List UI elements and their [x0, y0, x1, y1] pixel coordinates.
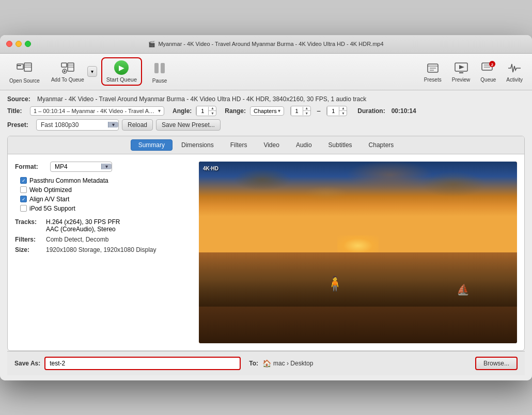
range-from-stepper[interactable]: 1 ▲ ▼ — [290, 106, 311, 116]
start-queue-icon: ▶ — [114, 60, 129, 75]
window-title: 🎬 Myanmar - 4K Video - Travel Around Mya… — [148, 41, 383, 47]
open-source-button[interactable]: Open Source — [5, 58, 44, 86]
tab-bar: Summary Dimensions Filters Video Audio S… — [8, 136, 524, 154]
queue-icon: 2 — [481, 61, 495, 75]
preset-select[interactable]: Fast 1080p30 ▾ — [36, 119, 119, 131]
format-label: Format: — [15, 163, 46, 170]
preview-container: 🧍 ⛵ 4K·HD ‹ › — [199, 162, 517, 343]
angle-up[interactable]: ▲ — [209, 106, 216, 111]
tab-audio[interactable]: Audio — [288, 139, 320, 151]
preview-icon — [454, 61, 468, 75]
title-select[interactable]: 1 – 00:10:14 – Myanmar - 4K Video - Trav… — [30, 106, 164, 116]
range-to-value: 1 — [327, 107, 339, 115]
checkbox-ipod-box[interactable] — [20, 205, 27, 212]
range-to-up[interactable]: ▲ — [339, 106, 347, 111]
range-from-up[interactable]: ▲ — [303, 106, 310, 111]
tab-filters[interactable]: Filters — [223, 139, 255, 151]
tab-chapters[interactable]: Chapters — [361, 139, 402, 151]
checkbox-web-label: Web Optimized — [29, 186, 72, 194]
file-icon: 🎬 — [148, 41, 155, 47]
water-splash — [199, 252, 517, 307]
add-to-queue-dropdown[interactable]: ▾ — [87, 66, 97, 77]
home-icon: 🏠 — [262, 359, 271, 368]
checkbox-align: ✓ Align A/V Start — [20, 196, 191, 203]
svg-marker-19 — [459, 65, 464, 69]
title-select-arrow: ▾ — [158, 108, 161, 114]
preset-dropdown-arrow: ▾ — [108, 122, 118, 127]
title-label: Title: — [7, 107, 26, 115]
range-to-stepper[interactable]: 1 ▲ ▼ — [326, 106, 347, 116]
presets-button[interactable]: Presets — [420, 59, 446, 85]
minimize-button[interactable] — [15, 41, 22, 47]
activity-button[interactable]: Activity — [502, 59, 527, 85]
checkbox-align-box[interactable]: ✓ — [20, 196, 27, 202]
range-type-select[interactable]: Chapters ▾ — [250, 106, 284, 116]
checkbox-passthru-box[interactable]: ✓ — [20, 177, 27, 184]
preview-button[interactable]: Preview — [448, 59, 475, 85]
checkbox-web: Web Optimized — [20, 186, 191, 194]
start-queue-button[interactable]: ▶ Start Queue — [103, 59, 140, 84]
source-row: Source: Myanmar - 4K Video - Travel Arou… — [7, 95, 525, 103]
toolbar-right: Presets Preview 2 Queue — [420, 59, 527, 85]
angle-down[interactable]: ▼ — [209, 111, 216, 116]
checkbox-ipod: iPod 5G Support — [20, 205, 191, 212]
add-to-queue-button[interactable]: Add To Queue ▾ — [46, 57, 99, 87]
format-select-value: MP4 — [55, 163, 99, 170]
main-panel: Summary Dimensions Filters Video Audio S… — [7, 136, 525, 351]
activity-icon — [507, 61, 522, 75]
range-from-down[interactable]: ▼ — [303, 111, 310, 116]
main-window: 🎬 Myanmar - 4K Video - Travel Around Mya… — [0, 35, 532, 380]
checkbox-passthru-label: Passthru Common Metadata — [29, 177, 108, 184]
pause-button[interactable]: Pause — [144, 58, 175, 86]
bottom-bar: Save As: To: 🏠 mac › Desktop Browse... — [7, 351, 525, 375]
tab-subtitles[interactable]: Subtitles — [321, 139, 360, 151]
format-row: Format: MP4 ▾ — [15, 162, 191, 172]
checkbox-web-box[interactable] — [20, 186, 27, 193]
start-queue-wrapper: ▶ Start Queue — [101, 57, 142, 86]
range-to-down[interactable]: ▼ — [339, 111, 347, 116]
filters-value: Comb Detect, Decomb — [46, 236, 108, 243]
angle-stepper[interactable]: 1 ▲ ▼ — [196, 106, 216, 116]
angle-arrows: ▲ ▼ — [209, 106, 216, 116]
format-select[interactable]: MP4 ▾ — [50, 162, 112, 172]
duration-label: Duration: — [357, 107, 385, 115]
figure-area: 🧍 — [326, 275, 344, 292]
pause-icon — [151, 60, 168, 76]
source-label: Source: — [7, 95, 33, 103]
presets-icon — [426, 61, 440, 75]
queue-button[interactable]: 2 Queue — [476, 59, 500, 85]
content-area: Source: Myanmar - 4K Video - Travel Arou… — [0, 90, 532, 380]
right-panel: 🧍 ⛵ 4K·HD ‹ › — [199, 162, 517, 343]
browse-button[interactable]: Browse... — [475, 357, 518, 370]
filters-label: Filters: — [15, 236, 46, 243]
preview-label: 4K·HD — [203, 166, 218, 171]
title-bar: 🎬 Myanmar - 4K Video - Travel Around Mya… — [0, 35, 532, 54]
save-as-input[interactable] — [44, 357, 241, 370]
open-source-icon — [16, 60, 33, 76]
preset-row: Preset: Fast 1080p30 ▾ Reload Save New P… — [7, 119, 525, 131]
queue-label: Queue — [480, 77, 496, 83]
size-row: Size: 1920x1080 Storage, 1920x1080 Displ… — [15, 246, 191, 253]
maximize-button[interactable] — [25, 41, 31, 47]
to-label: To: — [249, 360, 258, 367]
preview-label: Preview — [452, 77, 471, 83]
save-as-label: Save As: — [14, 360, 40, 367]
svg-rect-1 — [17, 65, 21, 66]
tab-video[interactable]: Video — [256, 139, 287, 151]
tab-summary[interactable]: Summary — [131, 139, 173, 151]
presets-label: Presets — [424, 77, 442, 83]
preview-image: 🧍 ⛵ 4K·HD — [199, 162, 517, 343]
tab-dimensions[interactable]: Dimensions — [174, 139, 222, 151]
checkbox-passthru-check: ✓ — [22, 178, 26, 183]
left-panel: Format: MP4 ▾ ✓ Passthru Common Metadat — [15, 162, 191, 343]
tracks-label: Tracks: — [15, 218, 46, 233]
pause-label: Pause — [152, 78, 167, 84]
range-type-arrow: ▾ — [278, 108, 280, 114]
close-button[interactable] — [6, 41, 12, 47]
checkbox-align-check: ✓ — [22, 197, 26, 202]
angle-label: Angle: — [173, 107, 192, 115]
save-new-preset-button[interactable]: Save New Preset... — [156, 119, 221, 131]
preset-select-value: Fast 1080p30 — [41, 121, 106, 129]
reload-button[interactable]: Reload — [122, 119, 153, 131]
preset-label: Preset: — [7, 121, 33, 129]
